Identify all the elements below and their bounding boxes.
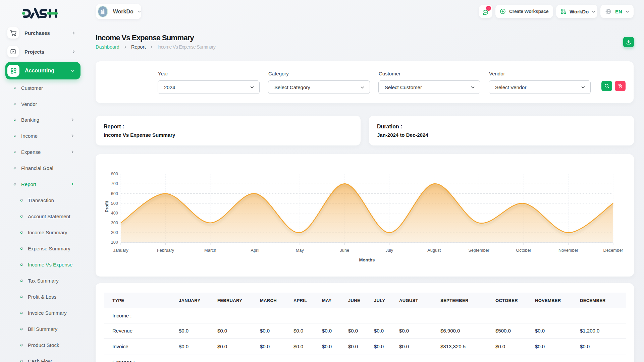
svg-text:Profit: Profit bbox=[104, 200, 109, 212]
svg-text:100: 100 bbox=[111, 240, 118, 245]
svg-text:February: February bbox=[157, 248, 174, 253]
svg-text:May: May bbox=[296, 248, 304, 253]
svg-text:April: April bbox=[251, 248, 260, 253]
svg-text:December: December bbox=[603, 248, 623, 253]
svg-text:June: June bbox=[340, 248, 349, 253]
svg-text:Months: Months bbox=[359, 257, 375, 262]
svg-text:500: 500 bbox=[111, 201, 118, 206]
svg-text:300: 300 bbox=[111, 220, 118, 225]
svg-text:800: 800 bbox=[111, 171, 118, 176]
svg-text:September: September bbox=[468, 248, 489, 253]
svg-text:August: August bbox=[427, 248, 441, 253]
svg-text:200: 200 bbox=[111, 230, 118, 235]
svg-text:400: 400 bbox=[111, 210, 118, 216]
svg-text:March: March bbox=[204, 248, 216, 253]
svg-text:700: 700 bbox=[111, 181, 118, 186]
svg-text:October: October bbox=[516, 248, 531, 253]
svg-text:January: January bbox=[113, 248, 128, 253]
svg-text:600: 600 bbox=[111, 191, 118, 196]
svg-text:July: July bbox=[385, 248, 393, 253]
svg-text:November: November bbox=[558, 248, 579, 253]
